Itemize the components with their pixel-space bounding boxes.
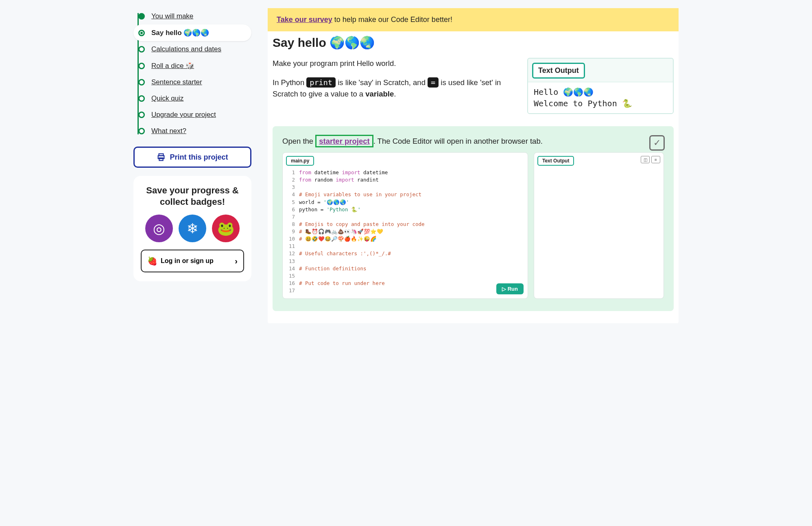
output-label: Text Output [532,63,585,79]
step-calculations[interactable]: Calculations and dates [133,41,251,57]
code-line: 12# Useful characters :',()*_/.# [287,250,524,257]
output-line: Welcome to Python 🐍 [534,98,667,109]
login-label: Log in or sign up [161,257,214,265]
code-line: 15 [287,272,524,280]
code-block[interactable]: 1from datetime import datetime2from rand… [283,166,528,298]
step-link[interactable]: Sentence starter [151,78,202,86]
code-editor-pane: main.py 1from datetime import datetime2f… [282,152,528,299]
code-line: 3 [287,184,524,191]
output-lines: Hello 🌍🌎🌏 Welcome to Python 🐍 [528,82,673,113]
step-link[interactable]: Upgrade your project [151,111,216,119]
step-link[interactable]: What next? [151,127,186,135]
badge-frog-icon: 🐸 [212,215,240,242]
step-link[interactable]: Quick quiz [151,94,183,103]
step-dot-icon [138,30,145,36]
code-line: 17 [287,287,524,294]
step-dot-icon [138,95,145,102]
output-preview: Text Output Hello 🌍🌎🌏 Welcome to Python … [527,58,674,114]
sidebar: You will make Say hello 🌍🌎🌏 Calculations… [133,8,251,323]
layout-list-icon[interactable]: ≡ [651,156,660,163]
code-line: 6python = 'Python 🐍' [287,206,524,213]
text-output-tab[interactable]: Text Output [537,156,574,166]
step-what-next[interactable]: What next? [133,123,251,139]
raspberry-pi-icon: 🍓 [147,256,157,266]
intro-p2: In Python print is like 'say' in Scratch… [273,77,519,100]
step-link[interactable]: Say hello 🌍🌎🌏 [151,28,209,37]
output-line: Hello 🌍🌎🌏 [534,86,667,98]
filename-tab[interactable]: main.py [286,156,314,166]
step-you-will-make[interactable]: You will make [133,8,251,24]
step-upgrade[interactable]: Upgrade your project [133,107,251,123]
code-line: 8# Emojis to copy and paste into your co… [287,221,524,228]
login-signup-button[interactable]: 🍓 Log in or sign up › [141,250,244,272]
step-link[interactable]: You will make [151,12,193,20]
intro-p1: Make your program print Hello world. [273,58,519,70]
print-label: Print this project [170,153,228,162]
editor-row: main.py 1from datetime import datetime2f… [282,152,664,299]
variable-word: variable [365,90,394,98]
code-line: 16# Put code to run under here [287,280,524,287]
badge-snowflake-icon: ❄ [179,215,206,242]
step-dot-icon [138,112,145,118]
code-line: 14# Function definitions [287,265,524,272]
print-chip: print [306,77,336,88]
instruction-panel: ✓ Open the starter project. The Code Edi… [273,126,674,311]
code-line: 4# Emoji variables to use in your projec… [287,191,524,198]
starter-project-link[interactable]: starter project [319,137,369,145]
step-dot-icon [138,79,145,85]
layout-split-icon[interactable]: ◫ [641,156,650,163]
badges-row: ◎ ❄ 🐸 [141,215,244,242]
step-sentence-starter[interactable]: Sentence starter [133,74,251,90]
progress-title: Save your progress & collect badges! [141,185,244,207]
print-project-button[interactable]: Print this project [133,147,251,168]
step-dot-icon [138,46,145,53]
code-line: 2from random import randint [287,176,524,184]
steps-list: You will make Say hello 🌍🌎🌏 Calculations… [133,8,251,139]
progress-card: Save your progress & collect badges! ◎ ❄… [133,176,251,281]
code-line: 5world = '🌍🌎🌏' [287,199,524,206]
step-quick-quiz[interactable]: Quick quiz [133,90,251,107]
survey-text: to help make our Code Editor better! [332,15,452,24]
code-line: 10# 😃🤣❤️😂🔎🍄🍎🔥✨😜🌈 [287,235,524,243]
survey-link[interactable]: Take our survey [277,15,332,24]
badge-target-icon: ◎ [145,215,173,242]
step-dot-icon [138,63,145,69]
chevron-right-icon: › [235,256,238,266]
svg-rect-2 [159,158,163,160]
step-say-hello[interactable]: Say hello 🌍🌎🌏 [133,24,251,41]
panel-text: Open the starter project. The Code Edito… [282,137,664,146]
step-dot-icon [138,128,145,134]
intro-text: Make your program print Hello world. In … [273,58,519,114]
output-pane: Text Output ◫ ≡ [534,152,664,299]
page-title: Say hello 🌍🌎🌏 [268,35,679,50]
starter-project-highlight: starter project [315,135,373,147]
code-line: 13 [287,258,524,265]
equals-chip: = [428,77,439,88]
code-line: 9# 🥾⏰🎧🎮🚲💩👀🦄🚀💯⭐💛 [287,228,524,235]
run-button[interactable]: ▷ Run [496,283,524,294]
step-link[interactable]: Roll a dice 🎲 [151,61,194,70]
print-icon [157,153,166,162]
step-dot-icon [138,13,145,20]
survey-banner: Take our survey to help make our Code Ed… [268,8,679,31]
mark-complete-checkbox[interactable]: ✓ [649,135,665,151]
main-content: Take our survey to help make our Code Ed… [268,8,679,323]
code-line: 11 [287,243,524,250]
code-line: 1from datetime import datetime [287,169,524,176]
step-roll-dice[interactable]: Roll a dice 🎲 [133,57,251,74]
step-link[interactable]: Calculations and dates [151,45,221,53]
code-line: 7 [287,213,524,221]
